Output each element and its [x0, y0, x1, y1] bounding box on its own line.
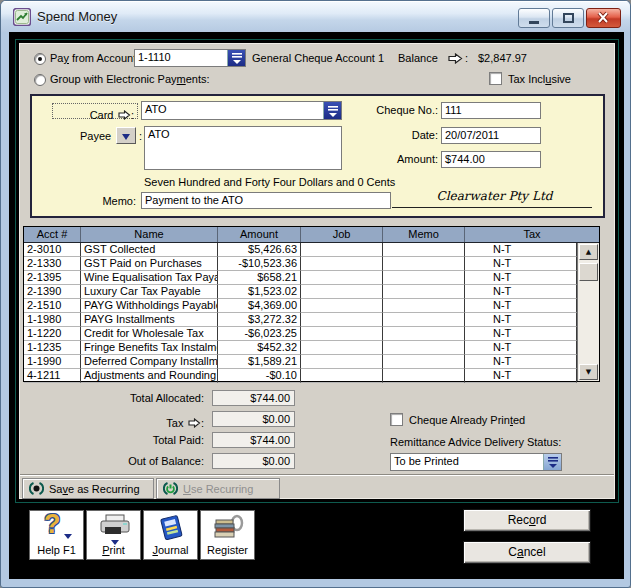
cell-acct[interactable]: 1-1220 [24, 327, 81, 341]
cell-name[interactable]: GST Paid on Purchases [81, 257, 218, 271]
cell-acct[interactable]: 2-1510 [24, 299, 81, 313]
card-label-box[interactable]: Card : [52, 103, 138, 119]
tax-inclusive-checkbox[interactable] [489, 72, 502, 85]
table-row[interactable]: 1-1235 Fringe Benefits Tax Instalment $4… [24, 341, 599, 355]
balance-zoom-arrow-icon[interactable] [448, 53, 463, 64]
cell-memo[interactable] [383, 257, 465, 271]
account-combo-value[interactable]: 1-1110 [135, 50, 227, 66]
date-field[interactable]: 20/07/2011 [441, 127, 541, 144]
card-combo-value[interactable]: ATO [142, 102, 323, 119]
cheque-already-printed-checkbox[interactable] [390, 413, 403, 426]
cell-memo[interactable] [383, 299, 465, 313]
scroll-down-button[interactable]: ▼ [579, 364, 598, 380]
cell-amount[interactable]: $452.32 [218, 341, 301, 355]
cell-name[interactable]: Luxury Car Tax Payable [81, 285, 218, 299]
cell-amount[interactable]: $1,589.21 [218, 355, 301, 369]
scroll-up-button[interactable]: ▲ [579, 244, 598, 260]
register-button[interactable]: Register [200, 510, 255, 560]
cell-job[interactable] [301, 243, 383, 257]
memo-field[interactable]: Payment to the ATO [141, 192, 391, 209]
table-row[interactable]: 1-1980 PAYG Installments $3,272.32 N-T [24, 313, 599, 327]
card-dropdown-button[interactable] [323, 102, 341, 119]
amount-field[interactable]: $744.00 [441, 151, 541, 168]
cell-acct[interactable]: 2-3010 [24, 243, 81, 257]
cell-name[interactable]: Wine Equalisation Tax Payable [81, 271, 218, 285]
account-combo[interactable]: 1-1110 [134, 49, 246, 67]
print-button[interactable]: Print [86, 510, 141, 560]
cell-memo[interactable] [383, 243, 465, 257]
cell-job[interactable] [301, 369, 383, 383]
save-as-recurring-button[interactable]: Save as Recurring [22, 478, 154, 499]
cell-tax[interactable]: N-T [465, 243, 577, 257]
cell-name[interactable]: Adjustments and Rounding [81, 369, 218, 383]
cell-job[interactable] [301, 285, 383, 299]
cheque-no-field[interactable]: 111 [441, 102, 541, 119]
table-row[interactable]: 2-1395 Wine Equalisation Tax Payable $65… [24, 271, 599, 285]
scrollbar-thumb[interactable] [579, 263, 598, 281]
cell-name[interactable]: GST Collected [81, 243, 218, 257]
remittance-dropdown-button[interactable] [543, 454, 561, 470]
cell-memo[interactable] [383, 271, 465, 285]
cell-tax[interactable]: N-T [465, 285, 577, 299]
cell-amount[interactable]: -$10,523.36 [218, 257, 301, 271]
cell-memo[interactable] [383, 285, 465, 299]
cell-acct[interactable]: 1-1980 [24, 313, 81, 327]
remittance-combo-value[interactable]: To be Printed [391, 454, 543, 470]
group-electronic-radio[interactable] [34, 74, 46, 86]
cell-memo[interactable] [383, 313, 465, 327]
cell-amount[interactable]: $5,426.63 [218, 243, 301, 257]
card-combo[interactable]: ATO [141, 101, 342, 120]
payee-field[interactable]: ATO [144, 126, 342, 170]
table-row[interactable]: 2-3010 GST Collected $5,426.63 N-T [24, 243, 599, 257]
use-recurring-button[interactable]: Use Recurring [156, 478, 280, 499]
cell-name[interactable]: PAYG Withholdings Payable [81, 299, 218, 313]
cell-acct[interactable]: 2-1395 [24, 271, 81, 285]
cell-job[interactable] [301, 299, 383, 313]
app-icon[interactable] [13, 8, 31, 26]
help-button[interactable]: ? Help F1 [29, 510, 84, 560]
minimize-button[interactable] [518, 8, 550, 28]
cell-acct[interactable]: 2-1330 [24, 257, 81, 271]
cell-memo[interactable] [383, 327, 465, 341]
tax-zoom-arrow-icon[interactable] [188, 418, 201, 428]
cell-acct[interactable]: 4-1211 [24, 369, 81, 383]
cell-memo[interactable] [383, 369, 465, 383]
cell-amount[interactable]: -$6,023.25 [218, 327, 301, 341]
cell-amount[interactable]: $658.21 [218, 271, 301, 285]
cell-tax[interactable]: N-T [465, 355, 577, 369]
close-button[interactable] [586, 8, 621, 28]
cell-tax[interactable]: N-T [465, 257, 577, 271]
cell-name[interactable]: Fringe Benefits Tax Instalment [81, 341, 218, 355]
cell-acct[interactable]: 1-1235 [24, 341, 81, 355]
cell-tax[interactable]: N-T [465, 271, 577, 285]
table-row[interactable]: 1-1990 Deferred Company Installments $1,… [24, 355, 599, 369]
cell-job[interactable] [301, 313, 383, 327]
cell-tax[interactable]: N-T [465, 313, 577, 327]
cell-tax[interactable]: N-T [465, 369, 577, 383]
table-row[interactable]: 4-1211 Adjustments and Rounding -$0.10 N… [24, 369, 599, 383]
cell-memo[interactable] [383, 355, 465, 369]
cell-amount[interactable]: $1,523.02 [218, 285, 301, 299]
cell-job[interactable] [301, 341, 383, 355]
cell-job[interactable] [301, 257, 383, 271]
cell-amount[interactable]: -$0.10 [218, 369, 301, 383]
cell-acct[interactable]: 2-1390 [24, 285, 81, 299]
table-row[interactable]: 1-1220 Credit for Wholesale Tax -$6,023.… [24, 327, 599, 341]
table-row[interactable]: 2-1510 PAYG Withholdings Payable $4,369.… [24, 299, 599, 313]
cell-tax[interactable]: N-T [465, 341, 577, 355]
table-row[interactable]: 2-1330 GST Paid on Purchases -$10,523.36… [24, 257, 599, 271]
cell-name[interactable]: Deferred Company Installments [81, 355, 218, 369]
journal-button[interactable]: Journal [143, 510, 198, 560]
cell-amount[interactable]: $4,369.00 [218, 299, 301, 313]
cancel-button[interactable]: Cancel [463, 541, 591, 564]
cell-job[interactable] [301, 355, 383, 369]
maximize-button[interactable] [552, 8, 584, 28]
cell-job[interactable] [301, 327, 383, 341]
pay-from-account-radio[interactable] [34, 53, 46, 65]
account-dropdown-button[interactable] [227, 50, 245, 66]
cell-amount[interactable]: $3,272.32 [218, 313, 301, 327]
record-button[interactable]: Record [463, 509, 591, 532]
payee-dropdown-button[interactable] [116, 127, 136, 144]
cell-tax[interactable]: N-T [465, 327, 577, 341]
cell-memo[interactable] [383, 341, 465, 355]
